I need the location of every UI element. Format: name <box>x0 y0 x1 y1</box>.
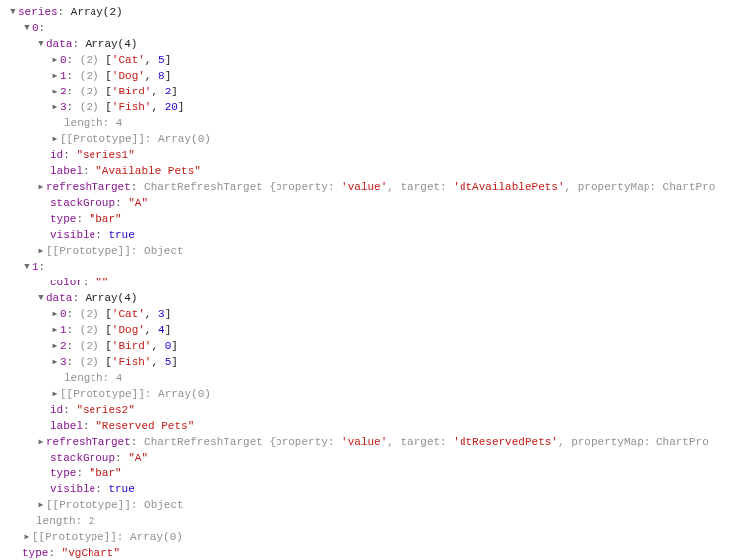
chevron-down-icon[interactable] <box>8 4 18 20</box>
object-tree: series: Array(2) 0: data: Array(4) 0: (2… <box>0 0 740 560</box>
chevron-right-icon[interactable] <box>50 322 60 338</box>
s0-proto[interactable]: [[Prototype]]: Object <box>8 243 740 259</box>
s1-visible: visible: true <box>8 481 740 497</box>
chevron-right-icon[interactable] <box>50 306 60 322</box>
series-row[interactable]: series: Array(2) <box>8 4 740 20</box>
type-row: type: "vgChart" <box>8 545 740 560</box>
series-preview: Array(2) <box>71 4 123 20</box>
s1-data-length: length: 4 <box>8 370 740 386</box>
chevron-right-icon[interactable] <box>50 68 60 84</box>
chevron-right-icon[interactable] <box>50 354 60 370</box>
series-0-row[interactable]: 0: <box>8 20 740 36</box>
s0-d2[interactable]: 2: (2) ['Bird', 2] <box>8 84 740 99</box>
s0-visible: visible: true <box>8 227 740 243</box>
chevron-right-icon[interactable] <box>36 179 46 195</box>
chevron-down-icon[interactable] <box>36 36 46 52</box>
s0-data-length: length: 4 <box>8 115 740 131</box>
s0-d1[interactable]: 1: (2) ['Dog', 8] <box>8 68 740 84</box>
chevron-down-icon[interactable] <box>22 259 32 275</box>
chevron-right-icon[interactable] <box>50 99 60 115</box>
key-series: series <box>18 4 58 20</box>
chevron-right-icon[interactable] <box>36 243 46 259</box>
s1-id: id: "series2" <box>8 402 740 418</box>
s0-d0[interactable]: 0: (2) ['Cat', 5] <box>8 52 740 68</box>
chevron-right-icon[interactable] <box>36 434 46 450</box>
s0-data-row[interactable]: data: Array(4) <box>8 36 740 52</box>
s1-d1[interactable]: 1: (2) ['Dog', 4] <box>8 322 740 338</box>
series-length: length: 2 <box>8 513 740 529</box>
s0-stackGroup: stackGroup: "A" <box>8 195 740 211</box>
s1-d0[interactable]: 0: (2) ['Cat', 3] <box>8 306 740 322</box>
chevron-down-icon[interactable] <box>22 20 32 36</box>
s0-id: id: "series1" <box>8 147 740 163</box>
s1-data-row[interactable]: data: Array(4) <box>8 290 740 306</box>
s1-label: label: "Reserved Pets" <box>8 418 740 434</box>
s1-data-proto[interactable]: [[Prototype]]: Array(0) <box>8 386 740 402</box>
s0-data-proto[interactable]: [[Prototype]]: Array(0) <box>8 131 740 147</box>
chevron-right-icon[interactable] <box>50 131 60 147</box>
s1-d2[interactable]: 2: (2) ['Bird', 0] <box>8 338 740 354</box>
key-data: data <box>46 36 72 52</box>
chevron-right-icon[interactable] <box>22 529 32 545</box>
data-preview: Array(4) <box>86 36 138 52</box>
s1-proto[interactable]: [[Prototype]]: Object <box>8 497 740 513</box>
key-index-1: 1 <box>32 259 39 275</box>
s1-stackGroup: stackGroup: "A" <box>8 450 740 466</box>
chevron-down-icon[interactable] <box>36 290 46 306</box>
chevron-right-icon[interactable] <box>50 338 60 354</box>
chevron-right-icon[interactable] <box>50 386 60 402</box>
s0-d3[interactable]: 3: (2) ['Fish', 20] <box>8 99 740 115</box>
s1-refreshTarget[interactable]: refreshTarget: ChartRefreshTarget { prop… <box>8 434 740 450</box>
s1-color: color: "" <box>8 275 740 290</box>
series-1-row[interactable]: 1: <box>8 259 740 275</box>
chevron-right-icon[interactable] <box>50 52 60 68</box>
chevron-right-icon[interactable] <box>36 497 46 513</box>
s0-refreshTarget[interactable]: refreshTarget: ChartRefreshTarget { prop… <box>8 179 740 195</box>
s1-type: type: "bar" <box>8 466 740 481</box>
series-proto[interactable]: [[Prototype]]: Array(0) <box>8 529 740 545</box>
s0-label: label: "Available Pets" <box>8 163 740 179</box>
s1-d3[interactable]: 3: (2) ['Fish', 5] <box>8 354 740 370</box>
key-index-0: 0 <box>32 20 39 36</box>
s0-type: type: "bar" <box>8 211 740 227</box>
chevron-right-icon[interactable] <box>50 84 60 99</box>
